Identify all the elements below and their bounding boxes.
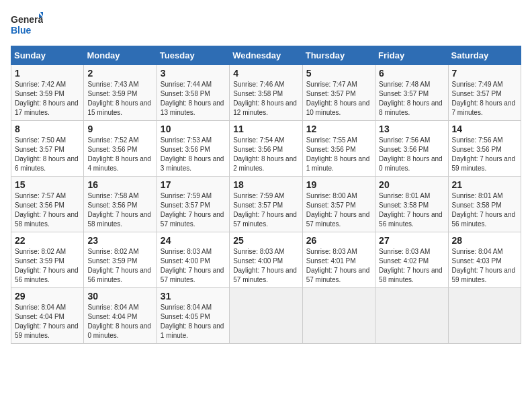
day-number: 14 bbox=[452, 124, 517, 134]
calendar-cell: 21Sunrise: 8:01 AMSunset: 3:58 PMDayligh… bbox=[448, 177, 521, 232]
day-info: Sunrise: 8:01 AMSunset: 3:58 PMDaylight:… bbox=[452, 191, 517, 229]
day-info: Sunrise: 8:03 AMSunset: 4:02 PMDaylight:… bbox=[379, 247, 444, 285]
day-info: Sunrise: 7:55 AMSunset: 3:56 PMDaylight:… bbox=[306, 136, 371, 173]
calendar-cell: 17Sunrise: 7:59 AMSunset: 3:57 PMDayligh… bbox=[157, 177, 229, 232]
calendar-cell: 15Sunrise: 7:57 AMSunset: 3:56 PMDayligh… bbox=[11, 177, 84, 232]
calendar-cell: 10Sunrise: 7:53 AMSunset: 3:56 PMDayligh… bbox=[157, 121, 229, 177]
calendar-cell: 27Sunrise: 8:03 AMSunset: 4:02 PMDayligh… bbox=[375, 232, 448, 288]
day-info: Sunrise: 8:03 AMSunset: 4:01 PMDaylight:… bbox=[306, 247, 371, 285]
day-info: Sunrise: 8:03 AMSunset: 4:00 PMDaylight:… bbox=[233, 247, 298, 285]
day-number: 19 bbox=[306, 179, 371, 190]
calendar-cell: 1Sunrise: 7:42 AMSunset: 3:59 PMDaylight… bbox=[11, 65, 84, 121]
day-info: Sunrise: 8:04 AMSunset: 4:03 PMDaylight:… bbox=[452, 247, 517, 285]
day-of-week-header: Tuesday bbox=[157, 46, 229, 65]
calendar-cell: 19Sunrise: 8:00 AMSunset: 3:57 PMDayligh… bbox=[302, 177, 375, 232]
day-number: 20 bbox=[379, 179, 444, 190]
day-info: Sunrise: 8:02 AMSunset: 3:59 PMDaylight:… bbox=[87, 247, 152, 285]
day-info: Sunrise: 7:56 AMSunset: 3:56 PMDaylight:… bbox=[452, 136, 517, 173]
day-number: 16 bbox=[87, 179, 152, 190]
day-info: Sunrise: 7:56 AMSunset: 3:56 PMDaylight:… bbox=[379, 136, 444, 173]
calendar-cell: 18Sunrise: 7:59 AMSunset: 3:57 PMDayligh… bbox=[230, 177, 302, 232]
day-info: Sunrise: 8:04 AMSunset: 4:04 PMDaylight:… bbox=[87, 303, 152, 340]
calendar-cell: 12Sunrise: 7:55 AMSunset: 3:56 PMDayligh… bbox=[302, 121, 375, 177]
calendar-cell: 2Sunrise: 7:43 AMSunset: 3:59 PMDaylight… bbox=[84, 65, 157, 121]
calendar-cell: 16Sunrise: 7:58 AMSunset: 3:56 PMDayligh… bbox=[84, 177, 157, 232]
day-info: Sunrise: 8:01 AMSunset: 3:58 PMDaylight:… bbox=[379, 191, 444, 229]
day-info: Sunrise: 8:02 AMSunset: 3:59 PMDaylight:… bbox=[15, 247, 80, 285]
day-number: 3 bbox=[161, 68, 226, 79]
day-of-week-header: Sunday bbox=[11, 46, 84, 65]
calendar-cell: 29Sunrise: 8:04 AMSunset: 4:04 PMDayligh… bbox=[11, 288, 84, 344]
calendar-cell: 4Sunrise: 7:46 AMSunset: 3:58 PMDaylight… bbox=[230, 65, 302, 121]
day-of-week-header: Friday bbox=[375, 46, 448, 65]
day-number: 10 bbox=[161, 124, 226, 134]
day-number: 4 bbox=[233, 68, 298, 79]
calendar-table: SundayMondayTuesdayWednesdayThursdayFrid… bbox=[11, 46, 521, 344]
calendar-cell: 24Sunrise: 8:03 AMSunset: 4:00 PMDayligh… bbox=[157, 232, 229, 288]
day-info: Sunrise: 8:04 AMSunset: 4:05 PMDaylight:… bbox=[161, 303, 226, 340]
day-number: 24 bbox=[161, 235, 226, 246]
calendar-cell: 22Sunrise: 8:02 AMSunset: 3:59 PMDayligh… bbox=[11, 232, 84, 288]
calendar-cell: 8Sunrise: 7:50 AMSunset: 3:57 PMDaylight… bbox=[11, 121, 84, 177]
day-info: Sunrise: 7:57 AMSunset: 3:56 PMDaylight:… bbox=[15, 191, 80, 229]
day-info: Sunrise: 7:44 AMSunset: 3:58 PMDaylight:… bbox=[161, 80, 226, 118]
calendar-cell: 25Sunrise: 8:03 AMSunset: 4:00 PMDayligh… bbox=[230, 232, 302, 288]
calendar-cell: 11Sunrise: 7:54 AMSunset: 3:56 PMDayligh… bbox=[230, 121, 302, 177]
day-number: 6 bbox=[379, 68, 444, 79]
calendar-cell: 9Sunrise: 7:52 AMSunset: 3:56 PMDaylight… bbox=[84, 121, 157, 177]
day-number: 30 bbox=[87, 291, 152, 302]
day-of-week-header: Monday bbox=[84, 46, 157, 65]
day-info: Sunrise: 7:54 AMSunset: 3:56 PMDaylight:… bbox=[233, 136, 298, 173]
day-info: Sunrise: 7:48 AMSunset: 3:57 PMDaylight:… bbox=[379, 80, 444, 118]
day-number: 18 bbox=[233, 179, 298, 190]
day-number: 22 bbox=[15, 235, 80, 246]
day-info: Sunrise: 7:58 AMSunset: 3:56 PMDaylight:… bbox=[87, 191, 152, 229]
day-number: 1 bbox=[15, 68, 80, 79]
calendar-cell: 30Sunrise: 8:04 AMSunset: 4:04 PMDayligh… bbox=[84, 288, 157, 344]
day-number: 8 bbox=[15, 124, 80, 134]
calendar-cell: 20Sunrise: 8:01 AMSunset: 3:58 PMDayligh… bbox=[375, 177, 448, 232]
day-number: 2 bbox=[87, 68, 152, 79]
calendar-cell: 26Sunrise: 8:03 AMSunset: 4:01 PMDayligh… bbox=[302, 232, 375, 288]
day-info: Sunrise: 8:00 AMSunset: 3:57 PMDaylight:… bbox=[306, 191, 371, 229]
day-of-week-header: Thursday bbox=[302, 46, 375, 65]
day-info: Sunrise: 7:53 AMSunset: 3:56 PMDaylight:… bbox=[161, 136, 226, 173]
day-number: 15 bbox=[15, 179, 80, 190]
day-info: Sunrise: 7:59 AMSunset: 3:57 PMDaylight:… bbox=[233, 191, 298, 229]
calendar-cell: 7Sunrise: 7:49 AMSunset: 3:57 PMDaylight… bbox=[448, 65, 521, 121]
day-info: Sunrise: 8:04 AMSunset: 4:04 PMDaylight:… bbox=[15, 303, 80, 340]
day-info: Sunrise: 7:47 AMSunset: 3:57 PMDaylight:… bbox=[306, 80, 371, 118]
day-number: 29 bbox=[15, 291, 80, 302]
day-number: 31 bbox=[161, 291, 226, 302]
logo: General Blue bbox=[11, 11, 43, 40]
calendar-cell: 5Sunrise: 7:47 AMSunset: 3:57 PMDaylight… bbox=[302, 65, 375, 121]
day-info: Sunrise: 7:46 AMSunset: 3:58 PMDaylight:… bbox=[233, 80, 298, 118]
header: General Blue bbox=[11, 11, 521, 40]
calendar-cell: 13Sunrise: 7:56 AMSunset: 3:56 PMDayligh… bbox=[375, 121, 448, 177]
day-info: Sunrise: 7:52 AMSunset: 3:56 PMDaylight:… bbox=[87, 136, 152, 173]
day-info: Sunrise: 8:03 AMSunset: 4:00 PMDaylight:… bbox=[161, 247, 226, 285]
logo-svg: General Blue bbox=[11, 11, 43, 40]
day-number: 7 bbox=[452, 68, 517, 79]
calendar-cell: 31Sunrise: 8:04 AMSunset: 4:05 PMDayligh… bbox=[157, 288, 229, 344]
day-number: 13 bbox=[379, 124, 444, 134]
calendar-cell: 28Sunrise: 8:04 AMSunset: 4:03 PMDayligh… bbox=[448, 232, 521, 288]
calendar-cell bbox=[302, 288, 375, 344]
day-info: Sunrise: 7:42 AMSunset: 3:59 PMDaylight:… bbox=[15, 80, 80, 118]
day-info: Sunrise: 7:49 AMSunset: 3:57 PMDaylight:… bbox=[452, 80, 517, 118]
calendar-cell bbox=[448, 288, 521, 344]
day-number: 25 bbox=[233, 235, 298, 246]
day-number: 23 bbox=[87, 235, 152, 246]
day-number: 28 bbox=[452, 235, 517, 246]
svg-text:Blue: Blue bbox=[11, 25, 32, 36]
day-info: Sunrise: 7:43 AMSunset: 3:59 PMDaylight:… bbox=[87, 80, 152, 118]
day-info: Sunrise: 7:59 AMSunset: 3:57 PMDaylight:… bbox=[161, 191, 226, 229]
day-info: Sunrise: 7:50 AMSunset: 3:57 PMDaylight:… bbox=[15, 136, 80, 173]
day-of-week-header: Saturday bbox=[448, 46, 521, 65]
day-number: 27 bbox=[379, 235, 444, 246]
calendar-cell bbox=[375, 288, 448, 344]
day-number: 12 bbox=[306, 124, 371, 134]
day-number: 21 bbox=[452, 179, 517, 190]
day-number: 11 bbox=[233, 124, 298, 134]
day-number: 9 bbox=[87, 124, 152, 134]
